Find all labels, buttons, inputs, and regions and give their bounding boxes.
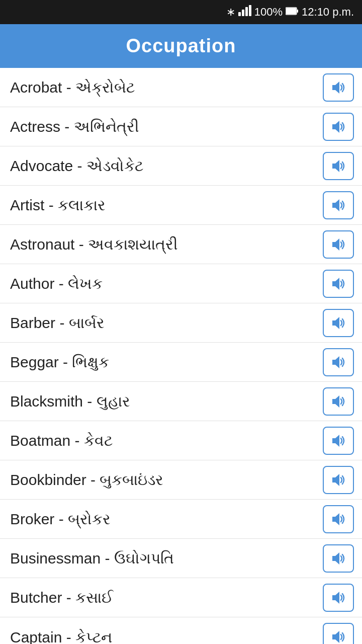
- sound-button[interactable]: [323, 152, 354, 180]
- item-label: Actress - અભિનેત્રી: [10, 117, 317, 136]
- item-label: Butcher - કસાઈ: [10, 588, 317, 607]
- sound-button[interactable]: [323, 270, 354, 298]
- item-label: Artist - કલાકાર: [10, 195, 317, 215]
- sound-button[interactable]: [323, 191, 354, 219]
- item-label: Acrobat - એક્રોબેટ: [10, 77, 317, 97]
- svg-rect-3: [249, 5, 251, 16]
- svg-rect-2: [245, 7, 248, 16]
- svg-marker-18: [332, 513, 339, 525]
- list-item: Boatman - કેવટ: [0, 421, 362, 460]
- item-label: Boatman - કેવટ: [10, 431, 317, 450]
- list-item: Actress - અભિનેત્રી: [0, 107, 362, 146]
- sound-button[interactable]: [323, 427, 354, 455]
- list-item: Artist - કલાકાર: [0, 186, 362, 225]
- item-label: Astronaut - અવકાશયાત્રી: [10, 234, 317, 254]
- time-display: 12:10 p.m.: [302, 6, 354, 19]
- svg-marker-14: [332, 356, 339, 368]
- bluetooth-icon: ∗: [226, 6, 235, 19]
- sound-button[interactable]: [323, 230, 354, 259]
- signal-icon: [238, 5, 251, 19]
- sound-button[interactable]: [323, 73, 354, 102]
- status-icons: ∗ 100% 12:10 p.m.: [226, 5, 354, 19]
- list-item: Beggar - ભિક્ષુક: [0, 343, 362, 382]
- svg-marker-17: [332, 474, 339, 486]
- sound-button[interactable]: [323, 387, 354, 416]
- occupation-list: Acrobat - એક્રોબેટ Actress - અભિનેત્રી A…: [0, 68, 362, 644]
- svg-marker-16: [332, 435, 339, 447]
- item-label: Advocate - એડવોકેટ: [10, 156, 317, 176]
- svg-marker-9: [332, 160, 339, 172]
- svg-marker-12: [332, 278, 339, 290]
- list-item: Barber - બાર્બર: [0, 303, 362, 343]
- svg-marker-11: [332, 238, 339, 251]
- svg-marker-8: [332, 121, 339, 133]
- item-label: Captain - કેપ્ટન: [10, 627, 317, 645]
- sound-button[interactable]: [323, 584, 354, 612]
- svg-rect-5: [286, 8, 296, 14]
- list-item: Acrobat - એક્રોબેટ: [0, 68, 362, 107]
- item-label: Beggar - ભિક્ષુક: [10, 352, 317, 372]
- page-header: Occupation: [0, 24, 362, 68]
- sound-button[interactable]: [323, 623, 354, 644]
- list-item: Captain - કેપ્ટન: [0, 617, 362, 644]
- sound-button[interactable]: [323, 466, 354, 494]
- svg-marker-15: [332, 395, 339, 408]
- svg-marker-13: [332, 317, 339, 329]
- list-item: Advocate - એડવોકેટ: [0, 146, 362, 186]
- svg-marker-20: [332, 592, 339, 604]
- item-label: Author - લેખક: [10, 274, 317, 293]
- list-item: Author - લેખક: [0, 264, 362, 303]
- sound-button[interactable]: [323, 113, 354, 141]
- item-label: Blacksmith - લુહાર: [10, 391, 317, 411]
- item-label: Barber - બાર્બર: [10, 313, 317, 333]
- item-label: Broker - બ્રોકર: [10, 509, 317, 529]
- status-bar: ∗ 100% 12:10 p.m.: [0, 0, 362, 24]
- battery-icon: [286, 6, 299, 19]
- battery-status: 100%: [254, 6, 283, 19]
- svg-marker-21: [332, 631, 339, 643]
- list-item: Blacksmith - લુહાર: [0, 382, 362, 421]
- sound-button[interactable]: [323, 544, 354, 573]
- svg-marker-7: [332, 82, 339, 94]
- list-item: Bookbinder - બુકબાઇંડર: [0, 460, 362, 500]
- list-item: Butcher - કસાઈ: [0, 578, 362, 617]
- list-item: Broker - બ્રોકર: [0, 500, 362, 539]
- svg-rect-1: [242, 10, 244, 16]
- page-title: Occupation: [126, 35, 236, 56]
- list-item: Businessman - ઉઘોગપતિ: [0, 539, 362, 578]
- sound-button[interactable]: [323, 505, 354, 533]
- sound-button[interactable]: [323, 309, 354, 337]
- item-label: Bookbinder - બુકબાઇંડર: [10, 470, 317, 490]
- item-label: Businessman - ઉઘોગપતિ: [10, 548, 317, 568]
- svg-marker-10: [332, 199, 339, 211]
- svg-marker-19: [332, 552, 339, 565]
- sound-button[interactable]: [323, 348, 354, 376]
- svg-rect-0: [238, 12, 241, 16]
- list-item: Astronaut - અવકાશયાત્રી: [0, 225, 362, 264]
- svg-rect-6: [297, 10, 298, 13]
